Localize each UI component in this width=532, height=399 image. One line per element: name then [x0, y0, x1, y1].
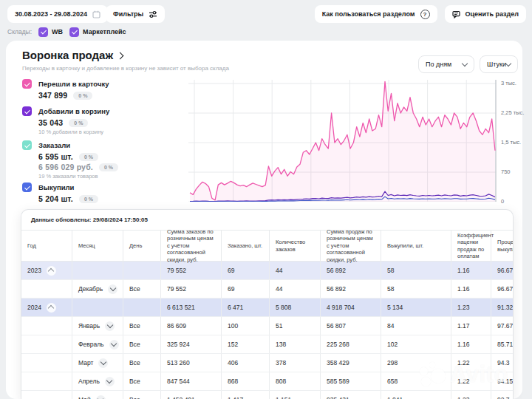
metric-card-transitions: Перешли в карточку 347 899 0 % — [22, 79, 109, 101]
table-cell: 138 — [270, 335, 321, 353]
table-cell: Декабрь — [72, 280, 123, 298]
feedback-icon — [452, 10, 460, 18]
table-cell: 97.67 — [491, 317, 514, 335]
table-cell: 58 — [381, 280, 451, 298]
table-cell: 1 452 401 — [161, 391, 222, 399]
chevron-down-icon — [100, 359, 106, 365]
table-cell: 5 808 — [270, 299, 321, 316]
checkbox-wb[interactable]: WB — [38, 27, 63, 37]
table-cell: 79 552 — [161, 280, 222, 298]
table-cell — [123, 262, 161, 279]
table-cell: 86 609 — [161, 317, 222, 335]
month-dropdown-button[interactable] — [98, 358, 108, 368]
table-cell: 91.32 — [491, 299, 514, 316]
sliders-icon — [149, 10, 157, 18]
metric-checkbox[interactable] — [22, 79, 32, 89]
chevron-up-icon — [48, 268, 54, 274]
table-cell: 658 — [381, 372, 451, 390]
units-select[interactable]: Штуки — [480, 55, 518, 73]
table-cell: Май — [72, 391, 123, 399]
y-axis-tick: 2,25 тыс. — [501, 109, 524, 116]
period-select[interactable]: По дням — [418, 55, 474, 73]
table-cell — [21, 391, 72, 399]
month-dropdown-button[interactable] — [105, 321, 115, 331]
table-cell: 44 — [270, 280, 321, 298]
data-table-panel: Данные обновлены: 29/08/2024 17:50:05 Го… — [21, 209, 514, 399]
metric-value: 347 899 — [38, 91, 67, 100]
table-cell: 56 807 — [321, 317, 381, 335]
table-cell — [21, 317, 72, 335]
metric-value: 5 204 шт. — [38, 194, 73, 203]
table-cell: Февраль — [72, 335, 123, 353]
column-header: Выкупили, шт. — [381, 231, 451, 261]
chevron-down-icon — [106, 322, 112, 328]
table-cell: 1.22 — [451, 354, 491, 372]
metric-delta-badge: 0 % — [73, 92, 92, 100]
table-row: АпрельВсе847 544868808585 5896581.2294.1… — [21, 372, 514, 391]
collapse-year-button[interactable] — [47, 303, 56, 313]
metric-note: 19 % заказали товаров — [38, 173, 118, 180]
metric-checkbox[interactable] — [22, 183, 32, 192]
table-cell: 96.67 — [491, 262, 514, 279]
y-axis-tick: 0 — [501, 198, 504, 205]
table-cell: 69 — [222, 280, 270, 298]
y-axis-tick: 1,5 тыс. — [501, 139, 521, 146]
table-cell: 868 — [222, 372, 270, 390]
table-cell: 298 — [381, 354, 451, 372]
checkbox-checked-icon — [38, 27, 48, 37]
table-cell: 1.23 — [451, 299, 491, 316]
help-button[interactable]: Как пользоваться разделом — [315, 5, 437, 23]
table-cell — [21, 280, 72, 298]
page-title[interactable]: Воронка продаж — [22, 49, 123, 61]
y-axis-tick: 3 тыс. — [501, 80, 516, 86]
column-header: Количество заказов — [270, 231, 321, 261]
table-row: МайВсе1 452 4011 4171 151935 4311 0411.2… — [21, 391, 514, 399]
table-cell: 56 892 — [321, 280, 381, 298]
table-cell: 1.16 — [451, 262, 491, 279]
topbar-actions: Как пользоваться разделом Оценить раздел — [315, 5, 526, 23]
rate-label: Оценить раздел — [466, 10, 519, 18]
month-dropdown-button[interactable] — [105, 377, 115, 386]
table-row: ДекабрьВсе79 552694456 892581.1696.67 — [21, 280, 514, 299]
table-cell — [21, 354, 72, 372]
metric-value: 6 595 шт. — [38, 152, 73, 161]
metric-card-add-to-cart: Добавили в корзину 35 043 0 % 10 % добав… — [22, 106, 109, 135]
metric-delta-badge: 0 % — [99, 163, 118, 171]
table-cell: 406 — [222, 354, 270, 372]
table-cell: 44 — [270, 262, 321, 279]
table-row: 20246 613 5216 4715 8084 918 7045 1341.2… — [21, 299, 514, 317]
date-range-picker[interactable]: 30.08.2023 - 29.08.2024 — [7, 5, 108, 23]
chevron-down-icon — [106, 378, 112, 383]
chevron-down-icon — [98, 396, 103, 399]
table-cell: 1 041 — [381, 391, 451, 399]
filters-label: Фильтры — [113, 10, 143, 18]
collapse-year-button[interactable] — [47, 266, 56, 276]
checkbox-marketplace[interactable]: Маркетплейс — [69, 27, 126, 37]
table-cell: Все — [123, 280, 161, 298]
table-row: 202379 552694456 892581.1696.67 — [21, 262, 514, 280]
table-cell: 85.71 — [491, 335, 514, 353]
table-cell: 6 613 521 — [161, 299, 222, 316]
month-dropdown-button[interactable] — [108, 284, 117, 294]
table-row: МартВсе513 260406378358 4292981.2294.3 — [21, 354, 514, 372]
table-cell: 152 — [222, 335, 270, 353]
month-dropdown-button[interactable] — [96, 395, 106, 399]
table-cell: 94.15 — [491, 372, 514, 390]
calendar-icon — [92, 10, 100, 18]
table-cell: 378 — [270, 354, 321, 372]
column-header: Год — [21, 231, 72, 261]
column-header: Коэффициент наценки продаж по оплатам — [451, 231, 491, 261]
rate-section-button[interactable]: Оценить раздел — [445, 5, 526, 23]
table-cell: 1 151 — [270, 391, 321, 399]
table-cell: 2023 — [21, 262, 72, 279]
table-cell: Все — [123, 372, 161, 390]
metric-checkbox[interactable] — [22, 140, 32, 150]
table-cell: 358 429 — [321, 354, 381, 372]
page-subtitle: Переходы в карточку и добавление в корзи… — [22, 65, 229, 72]
month-dropdown-button[interactable] — [109, 340, 119, 349]
filters-button[interactable]: Фильтры — [106, 5, 165, 23]
metric-note: 10 % добавили в корзину — [38, 129, 109, 135]
table-cell: 84 — [381, 317, 451, 335]
metric-checkbox[interactable] — [22, 106, 32, 116]
table-cell: Все — [123, 391, 161, 399]
